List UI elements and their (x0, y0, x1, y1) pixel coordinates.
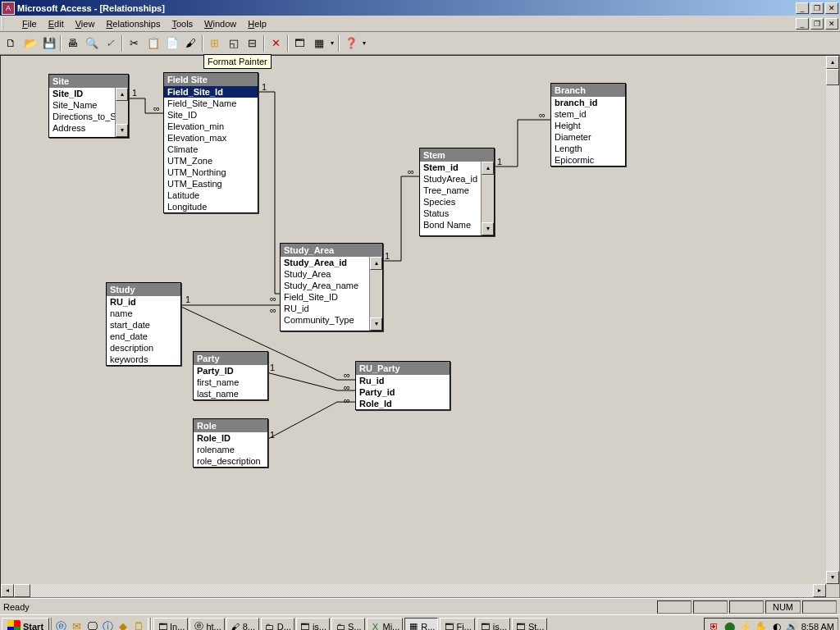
field[interactable]: RU_id (281, 303, 369, 314)
field[interactable]: Role_ID (194, 432, 267, 444)
field[interactable]: Latitude (164, 189, 258, 201)
field[interactable]: branch_id (551, 97, 625, 108)
tray-volume-icon[interactable]: 🔊 (786, 620, 799, 631)
field[interactable]: Party_ID (194, 365, 267, 377)
tray-bolt-icon[interactable]: ⚡ (739, 620, 752, 631)
field[interactable]: StudyArea_id (420, 173, 481, 185)
menu-window[interactable]: Window (199, 17, 242, 30)
clear-layout-button[interactable]: ✕ (267, 34, 285, 52)
field[interactable]: UTM_Zone (164, 155, 258, 167)
field[interactable]: rolename (194, 444, 267, 455)
open-button[interactable]: 📂 (21, 34, 39, 52)
table-branch[interactable]: Branch branch_id stem_id Height Diameter… (550, 83, 626, 167)
field[interactable]: Elevation_min (164, 121, 258, 132)
field[interactable]: Site_ID (164, 109, 258, 121)
task-button[interactable]: 🗀D... (261, 618, 294, 631)
field[interactable]: UTM_Easting (164, 178, 258, 189)
task-button[interactable]: XMi... (367, 618, 404, 631)
field[interactable]: Study_Area (281, 268, 369, 280)
spellcheck-button[interactable]: ✓ (101, 34, 120, 52)
menu-relationships[interactable]: Relationships (100, 17, 166, 30)
new-button[interactable]: 🗋 (2, 34, 21, 52)
field[interactable]: Site_ID (49, 88, 115, 99)
scrollbar[interactable]: ▴▾ (481, 162, 494, 235)
show-table-button[interactable]: ⊞ (205, 34, 224, 52)
table-study-header[interactable]: Study (107, 283, 180, 296)
field[interactable]: Stem_id (420, 162, 481, 173)
menu-help[interactable]: Help (242, 17, 272, 30)
field[interactable]: Community_Type (281, 314, 369, 326)
ql-ie-icon[interactable]: ⓔ (53, 619, 68, 631)
minimize-button[interactable]: _ (796, 2, 809, 14)
field[interactable]: Ru_id (356, 375, 450, 386)
field[interactable]: Study_Area_id (281, 257, 369, 268)
scrollbar[interactable]: ▴▾ (369, 257, 382, 331)
ql-desktop-icon[interactable]: 🖵 (84, 619, 99, 631)
mdi-close-button[interactable]: ✕ (825, 18, 838, 30)
table-site-header[interactable]: Site (49, 75, 128, 88)
ql-outlook-icon[interactable]: ✉ (69, 619, 84, 631)
ql-info-icon[interactable]: ⓘ (100, 619, 115, 631)
field[interactable]: start_date (107, 319, 180, 331)
show-all-button[interactable]: ⊟ (243, 34, 262, 52)
relationships-workspace[interactable]: 1 ∞ 1 ∞ 1 ∞ 1 ∞ 1 ∞ ∞ 1 ∞ (0, 55, 840, 598)
mdi-restore-button[interactable]: ❐ (810, 18, 824, 30)
print-button[interactable]: 🖶 (63, 34, 82, 52)
diagram-canvas[interactable]: 1 ∞ 1 ∞ 1 ∞ 1 ∞ 1 ∞ ∞ 1 ∞ (1, 56, 826, 584)
field[interactable]: Elevation_max (164, 132, 258, 144)
help-dropdown[interactable]: ▾ (360, 39, 368, 47)
field[interactable]: Study_Area_name (281, 280, 369, 291)
save-button[interactable]: 💾 (39, 34, 58, 52)
table-field-site-header[interactable]: Field Site (164, 73, 258, 86)
mdi-minimize-button[interactable]: _ (796, 18, 809, 30)
format-painter-button[interactable]: 🖌 (181, 34, 200, 52)
task-button[interactable]: 🗔is... (296, 618, 330, 631)
field[interactable]: Role_Id (356, 398, 450, 409)
task-button[interactable]: 🗔St... (512, 618, 548, 631)
field[interactable]: Bond Name (420, 219, 481, 231)
field[interactable]: stem_id (551, 108, 625, 120)
table-site[interactable]: Site Site_ID Site_Name Directions_to_Si … (48, 74, 129, 138)
help-button[interactable]: ❓ (341, 34, 360, 52)
table-role-header[interactable]: Role (194, 419, 267, 432)
field[interactable]: end_date (107, 331, 180, 342)
field[interactable]: Epicormic (551, 154, 625, 166)
start-button[interactable]: Start (2, 618, 49, 631)
menu-view[interactable]: View (70, 17, 101, 30)
menu-edit[interactable]: Edit (43, 17, 70, 30)
tray-traffic-icon[interactable]: ⬤ (724, 620, 737, 631)
table-role[interactable]: Role Role_ID rolename role_description (193, 418, 268, 468)
database-window-button[interactable]: 🗔 (290, 34, 309, 52)
new-object-dropdown[interactable]: ▾ (328, 39, 336, 47)
menu-tools[interactable]: Tools (166, 17, 199, 30)
tray-shield-icon[interactable]: ⛨ (708, 620, 721, 631)
field[interactable]: Field_Site_Name (164, 98, 258, 109)
field[interactable]: Field_Site_Id (164, 86, 258, 98)
task-button[interactable]: ⓔht... (189, 618, 224, 631)
ql-note-icon[interactable]: 🗒 (131, 619, 146, 631)
field[interactable]: Field_Site_ID (281, 291, 369, 303)
table-party-header[interactable]: Party (194, 352, 267, 365)
scroll-up-icon[interactable]: ▴ (826, 56, 839, 69)
field[interactable]: keywords (107, 354, 180, 365)
field[interactable]: role_description (194, 455, 267, 467)
table-field-site[interactable]: Field Site Field_Site_Id Field_Site_Name… (163, 72, 258, 213)
field[interactable]: first_name (194, 377, 267, 388)
scroll-down-icon[interactable]: ▾ (826, 571, 839, 584)
show-direct-button[interactable]: ◱ (224, 34, 243, 52)
tray-util-icon[interactable]: ◐ (770, 620, 783, 631)
field[interactable]: Status (420, 208, 481, 219)
task-button[interactable]: 🖌8... (226, 618, 259, 631)
table-branch-header[interactable]: Branch (551, 84, 625, 97)
field[interactable]: UTM_Northing (164, 167, 258, 178)
scroll-left-icon[interactable]: ◂ (1, 584, 14, 597)
task-button[interactable]: 🗔Fi... (440, 618, 474, 631)
field[interactable]: Address (49, 122, 115, 134)
field[interactable]: Length (551, 143, 625, 154)
table-ru-party[interactable]: RU_Party Ru_id Party_id Role_Id (355, 361, 450, 410)
field[interactable]: Species (420, 196, 481, 208)
restore-button[interactable]: ❐ (810, 2, 824, 14)
print-preview-button[interactable]: 🔍 (82, 34, 101, 52)
workspace-vscroll[interactable]: ▴ ▾ (826, 56, 839, 584)
field[interactable]: Climate (164, 144, 258, 155)
